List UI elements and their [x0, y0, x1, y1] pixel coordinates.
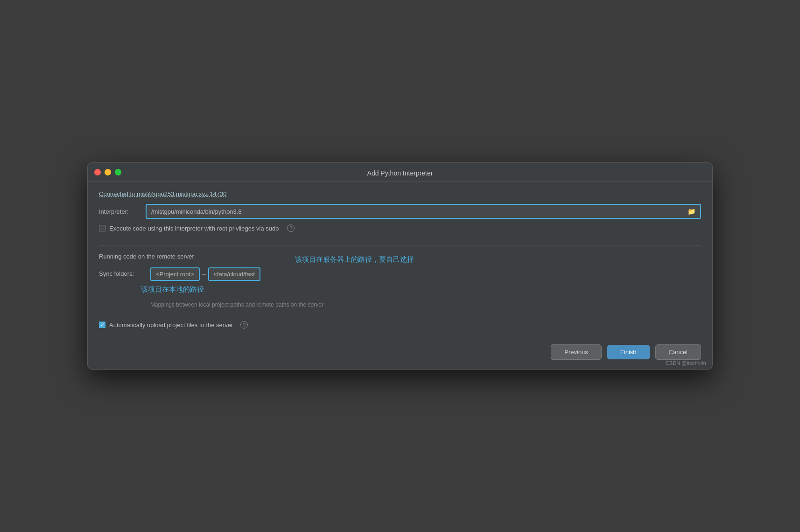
browse-icon[interactable]: 📁 — [683, 205, 700, 218]
auto-upload-help-icon[interactable]: ? — [240, 321, 248, 329]
sync-folders-row: Sync folders: <Project root> → /data/clo… — [99, 267, 701, 308]
remote-path-box[interactable]: /data/cloud/fast — [208, 267, 260, 281]
sync-folders-label: Sync folders: — [99, 267, 150, 277]
local-path-box[interactable]: <Project root> — [150, 267, 200, 281]
remote-path-annotation: 该项目在服务器上的路径，要自己选择 — [295, 255, 414, 264]
section-divider — [99, 245, 701, 245]
dialog-footer: Previous Finish Cancel — [88, 337, 712, 369]
sync-description: Mappings between local project paths and… — [150, 301, 701, 308]
sync-content: <Project root> → /data/cloud/fast 该项目在本地… — [150, 267, 701, 308]
add-python-interpreter-dialog: Add Python Interpreter Connected to mist… — [87, 162, 713, 370]
minimize-button[interactable] — [105, 169, 111, 175]
previous-button[interactable]: Previous — [551, 344, 602, 360]
auto-upload-label: Automatically upload project files to th… — [109, 322, 233, 329]
dialog-body: Connected to mist@gpu253.mistgpu.xyz:147… — [88, 182, 712, 337]
local-path-annotation: 该项目在本地的路径 — [141, 285, 204, 294]
dialog-title: Add Python Interpreter — [367, 169, 433, 177]
interpreter-label: Interpreter: — [99, 208, 141, 215]
finish-button[interactable]: Finish — [607, 345, 650, 359]
sync-paths-row: <Project root> → /data/cloud/fast 该项目在本地… — [150, 267, 701, 281]
interpreter-field-row: Interpreter: 📁 — [99, 204, 701, 219]
maximize-button[interactable] — [115, 169, 121, 175]
auto-upload-row: ✓ Automatically upload project files to … — [99, 321, 701, 329]
sudo-checkbox[interactable] — [99, 225, 105, 231]
title-bar: Add Python Interpreter — [88, 163, 712, 182]
interpreter-input[interactable] — [147, 205, 683, 218]
close-button[interactable] — [94, 169, 101, 175]
traffic-lights — [94, 169, 121, 175]
auto-upload-checkbox[interactable]: ✓ — [99, 322, 105, 328]
sudo-help-icon[interactable]: ? — [287, 224, 295, 232]
sudo-label: Execute code using this interpreter with… — [109, 225, 279, 232]
watermark: CSDN @itoshi-rin — [666, 360, 706, 366]
sudo-checkbox-row: Execute code using this interpreter with… — [99, 224, 701, 232]
interpreter-input-wrapper: 📁 — [146, 204, 701, 219]
cancel-button[interactable]: Cancel — [655, 344, 701, 360]
path-arrow: → — [200, 271, 208, 278]
connection-info: Connected to mist@gpu253.mistgpu.xyz:147… — [99, 190, 701, 197]
